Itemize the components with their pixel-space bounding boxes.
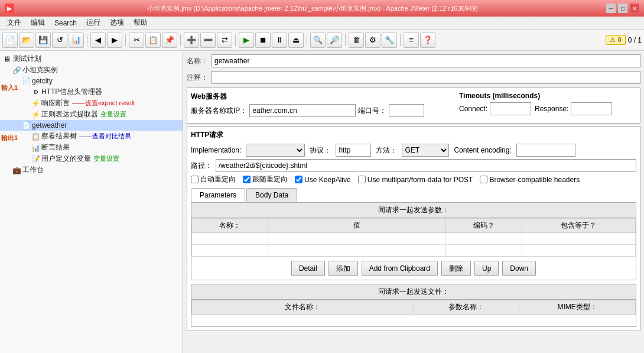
tab-body-data[interactable]: Body Data (246, 188, 297, 202)
toolbar-undo-btn[interactable]: ◀ (90, 33, 106, 48)
toolbar-list-btn[interactable]: ≡ (404, 33, 419, 48)
menu-run[interactable]: 运行 (82, 17, 105, 29)
toolbar-remove-btn[interactable]: ➖ (200, 33, 216, 48)
delete-button[interactable]: 删除 (441, 261, 471, 276)
tree-label-response-assert: 响应断言 (41, 98, 70, 108)
col-name: 名称： (192, 219, 268, 233)
toolbar-restart-btn[interactable]: ⏏ (288, 33, 304, 48)
toolbar-save-btn[interactable]: 💾 (35, 33, 51, 48)
toolbar-help-btn[interactable]: ❓ (420, 33, 435, 48)
tree-item-regex-extractor[interactable]: ⚡ 正则表达式提取器 变量设置 (0, 109, 183, 120)
toolbar-cut-btn[interactable]: ✂ (129, 33, 144, 48)
toolbar-clear1-btn[interactable]: 🗑 (349, 33, 364, 48)
multipart-checkbox[interactable] (358, 176, 366, 183)
tree-item-http-mgr[interactable]: ⚙ HTTP信息头管理器 (0, 86, 183, 98)
toolbar-search2-btn[interactable]: 🔎 (327, 33, 342, 48)
server-left: Web服务器 服务器名称或IP： 端口号： (191, 92, 454, 119)
tree-item-xiaotanke[interactable]: 🔗 小坦克实例 (0, 64, 183, 76)
server-name-input[interactable] (249, 104, 356, 117)
user-vars-icon: 📝 (31, 154, 40, 164)
tree-label-xiaotanke: 小坦克实例 (22, 65, 58, 75)
maximize-button[interactable]: □ (618, 4, 627, 13)
menu-help[interactable]: 帮助 (129, 17, 152, 29)
menu-edit[interactable]: 编辑 (26, 17, 50, 29)
name-input[interactable] (212, 54, 640, 67)
toolbar-new-btn[interactable]: 📄 (2, 33, 18, 48)
tree-item-results-tree[interactable]: 📋 察看结果树 ——查看对比结果 (0, 131, 183, 142)
protocol-input[interactable] (336, 144, 371, 157)
tab-parameters[interactable]: Parameters (191, 188, 245, 202)
files-header: 同请求一起发送文件： (191, 284, 636, 300)
protocol-label: 协议： (310, 145, 331, 156)
toolbar-stop-btn[interactable]: ⏹ (255, 33, 271, 48)
tree-item-response-assert[interactable]: ⚡ 响应断言 ——设置expect result (0, 98, 183, 109)
keepalive-text: Use KeepAlive (304, 176, 351, 184)
down-button[interactable]: Down (502, 261, 536, 276)
detail-button[interactable]: Detail (291, 261, 325, 276)
web-server-title: Web服务器 (191, 92, 454, 102)
toolbar-search1-btn[interactable]: 🔍 (310, 33, 326, 48)
tree-item-getcity[interactable]: 📄 getcity (0, 76, 183, 86)
encoding-input[interactable] (516, 144, 575, 157)
toolbar-chart-btn[interactable]: 📊 (69, 33, 84, 48)
tree-label-http-mgr: HTTP信息头管理器 (41, 87, 102, 97)
tree-item-assert-results[interactable]: 📊 断言结果 (0, 142, 183, 153)
right-panel: 名称： 注释： Web服务器 服务器名称或IP： 端口号： (183, 51, 644, 353)
follow-redirect-checkbox[interactable] (243, 176, 251, 183)
web-server-section: Web服务器 服务器名称或IP： 端口号： Timeouts (millisec… (187, 88, 640, 124)
toolbar-sep5 (307, 34, 307, 46)
files-rows (192, 315, 636, 326)
port-input[interactable] (389, 104, 424, 117)
toolbar-sep6 (345, 34, 346, 46)
empty-row (192, 233, 636, 245)
auto-redirect-checkbox[interactable] (191, 176, 199, 183)
response-input[interactable] (571, 102, 612, 115)
toolbar-paste-btn[interactable]: 📌 (162, 33, 177, 48)
menu-options[interactable]: 选项 (105, 17, 129, 29)
add-from-clipboard-button[interactable]: Add from Clipboard (362, 261, 438, 276)
close-button[interactable]: ✕ (630, 4, 639, 13)
menu-file[interactable]: 文件 (2, 17, 26, 29)
comment-input[interactable] (212, 71, 640, 84)
app-logo: ▶ (5, 4, 14, 13)
browser-headers-checkbox[interactable] (480, 176, 487, 183)
tree-item-user-vars[interactable]: 📝 用户定义的变量 变量设置 (0, 153, 183, 164)
toolbar-right: ⚠ 0 0 / 1 (606, 35, 642, 45)
tree-label-getcity: getcity (32, 77, 53, 85)
keepalive-checkbox[interactable] (295, 176, 303, 183)
tree-item-workbench[interactable]: 💼 工作台 (0, 164, 183, 176)
menu-search[interactable]: Search (50, 18, 82, 28)
tree-item-getweather[interactable]: 📄 getweather (0, 120, 183, 131)
auto-redirect-label[interactable]: 自动重定向 (191, 174, 236, 184)
connect-input[interactable] (490, 102, 531, 115)
toolbar-refresh-btn[interactable]: ↺ (52, 33, 67, 48)
results-tree-icon: 📋 (31, 132, 40, 141)
params-header: 同请求一起发送参数： (191, 203, 636, 218)
toolbar-pause-btn[interactable]: ⏸ (272, 33, 287, 48)
impl-select[interactable] (246, 144, 305, 157)
method-select[interactable]: GET POST PUT DELETE (402, 144, 449, 157)
col-paramname: 参数名称： (414, 300, 519, 315)
browser-headers-label[interactable]: Browser-compatible headers (480, 176, 580, 184)
toolbar-redo-btn[interactable]: ▶ (107, 33, 122, 48)
http-request-section: HTTP请求 Implementation: 协议： 方法： GET POST … (187, 126, 640, 331)
toolbar-config-btn[interactable]: ⚙ (365, 33, 380, 48)
test-plan-icon: 🖥 (2, 54, 12, 64)
multipart-label[interactable]: Use multipart/form-data for POST (358, 176, 473, 184)
toolbar-run-btn[interactable]: ▶ (239, 33, 254, 48)
comment-label: 注释： (187, 73, 208, 83)
toolbar-copy-btn[interactable]: 📋 (145, 33, 161, 48)
minimize-button[interactable]: ─ (606, 4, 616, 13)
toolbar-open-btn[interactable]: 📂 (19, 33, 34, 48)
add-button[interactable]: 添加 (328, 261, 358, 276)
tree-item-test-plan[interactable]: 🖥 测试计划 (0, 53, 183, 64)
up-button[interactable]: Up (474, 261, 499, 276)
path-input[interactable] (216, 159, 636, 172)
tree-label-test-plan: 测试计划 (13, 54, 41, 64)
toolbar-add-btn[interactable]: ➕ (184, 33, 199, 48)
toolbar-config2-btn[interactable]: 🔧 (382, 33, 397, 48)
toolbar-shuffle-btn[interactable]: ⇄ (217, 33, 232, 48)
keepalive-label[interactable]: Use KeepAlive (295, 176, 351, 184)
follow-redirect-label[interactable]: 跟随重定向 (243, 174, 288, 184)
params-rows (192, 233, 636, 257)
